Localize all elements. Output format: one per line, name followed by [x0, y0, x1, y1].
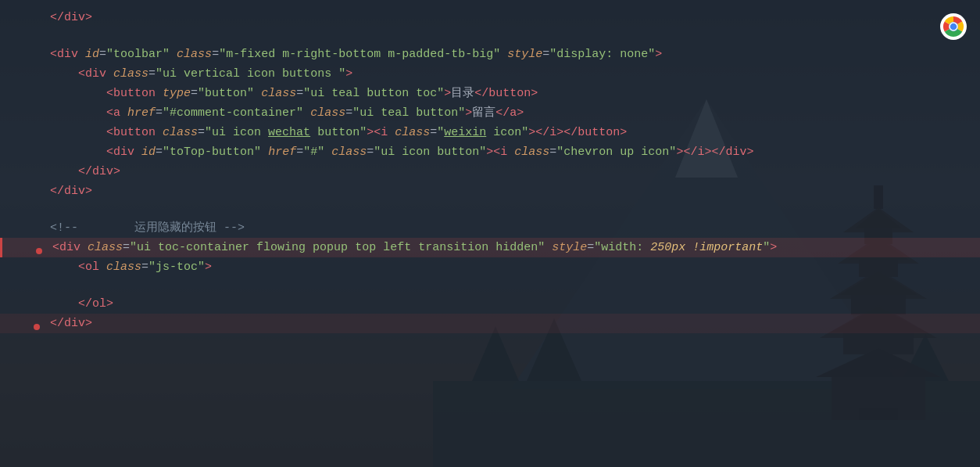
line-text-14: <ol class="js-toc">: [44, 257, 980, 277]
line-text-15: [44, 277, 980, 294]
code-line-8: <div id="toTop-button" href="#" class="u…: [0, 142, 980, 162]
gutter-11: [30, 201, 44, 218]
chrome-logo: [940, 13, 967, 40]
line-text-16: </ol>: [44, 294, 980, 314]
gutter-10: [30, 181, 44, 201]
svg-point-24: [950, 23, 957, 31]
line-text-11: [44, 201, 980, 218]
gutter-5: [30, 84, 44, 103]
line-number-6: [0, 103, 30, 123]
line-text-12: <!-- 运用隐藏的按钮 -->: [44, 218, 980, 238]
gutter-12: [30, 218, 44, 238]
gutter-3: [30, 45, 44, 64]
chrome-icon[interactable]: [939, 13, 967, 41]
code-line-9: </div>: [0, 162, 980, 181]
line-text-17: </div>: [44, 314, 980, 333]
code-line-12: <!-- 运用隐藏的按钮 -->: [0, 218, 980, 238]
line-number-15: [0, 277, 30, 294]
line-number-11: [0, 201, 30, 218]
line-number-17: [0, 314, 30, 333]
line-text-7: <button class="ui icon wechat button"><i…: [44, 123, 980, 142]
line-number-4: [0, 64, 30, 84]
code-line-17: </div>: [0, 314, 980, 333]
line-number-3: [0, 45, 30, 64]
gutter-4: [30, 64, 44, 84]
code-line-10: </div>: [0, 181, 980, 201]
breakpoint-marker-17: [34, 324, 40, 330]
line-number-12: [0, 218, 30, 238]
gutter-13: [32, 238, 46, 257]
line-text-13: <div class="ui toc-container flowing pop…: [46, 238, 980, 257]
gutter-14: [30, 257, 44, 277]
code-line-3: <div id="toolbar" class="m-fixed m-right…: [0, 45, 980, 64]
gutter-9: [30, 162, 44, 181]
line-text-10: </div>: [44, 181, 980, 201]
line-number-7: [0, 123, 30, 142]
line-number-1: [0, 8, 30, 27]
code-line-2: [0, 27, 980, 45]
line-text-3: <div id="toolbar" class="m-fixed m-right…: [44, 45, 980, 64]
gutter-16: [30, 294, 44, 314]
line-text-2: [44, 27, 980, 45]
line-text-1: </div>: [44, 8, 980, 27]
gutter-7: [30, 123, 44, 142]
code-line-14: <ol class="js-toc">: [0, 257, 980, 277]
line-text-5: <button type="button" class="ui teal but…: [44, 84, 980, 103]
gutter-17: [30, 314, 44, 333]
line-number-2: [0, 27, 30, 45]
line-text-8: <div id="toTop-button" href="#" class="u…: [44, 142, 980, 162]
code-line-6: <a href="#comment-container" class="ui t…: [0, 103, 980, 123]
code-lines: </div> <div id="toolbar" class="m-fixed …: [0, 0, 980, 333]
code-line-4: <div class="ui vertical icon buttons ">: [0, 64, 980, 84]
code-line-7: <button class="ui icon wechat button"><i…: [0, 123, 980, 142]
code-line-15: [0, 277, 980, 294]
breakpoint-marker-13: [36, 248, 42, 254]
gutter-2: [30, 27, 44, 45]
code-line-11: [0, 201, 980, 218]
code-line-16: </ol>: [0, 294, 980, 314]
line-text-9: </div>: [44, 162, 980, 181]
line-text-6: <a href="#comment-container" class="ui t…: [44, 103, 980, 123]
line-number-16: [0, 294, 30, 314]
code-line-5: <button type="button" class="ui teal but…: [0, 84, 980, 103]
gutter-15: [30, 277, 44, 294]
gutter-8: [30, 142, 44, 162]
line-number-5: [0, 84, 30, 103]
line-text-4: <div class="ui vertical icon buttons ">: [44, 64, 980, 84]
gutter-6: [30, 103, 44, 123]
line-number-10: [0, 181, 30, 201]
line-number-9: [0, 162, 30, 181]
line-number-14: [0, 257, 30, 277]
line-number-8: [0, 142, 30, 162]
gutter-1: [30, 8, 44, 27]
code-line-1: </div>: [0, 8, 980, 27]
code-editor: </div> <div id="toolbar" class="m-fixed …: [0, 0, 980, 467]
line-number-13: [2, 238, 32, 257]
code-line-13: <div class="ui toc-container flowing pop…: [0, 238, 980, 257]
